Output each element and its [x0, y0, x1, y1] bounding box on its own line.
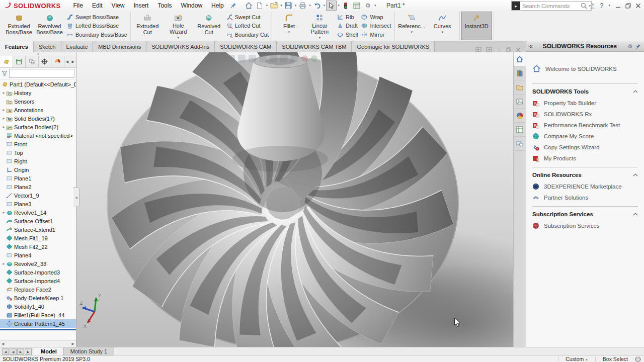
- tab-feature-manager[interactable]: [0, 56, 13, 67]
- menu-item-help[interactable]: Help: [207, 1, 228, 11]
- help-dropdown-arrow[interactable]: ▾: [608, 4, 610, 8]
- section-header-solidworks-tools[interactable]: SOLIDWORKS Tools: [532, 88, 638, 95]
- hide-show-items-icon[interactable]: [291, 55, 298, 62]
- save-button[interactable]: [283, 1, 294, 11]
- undo-dropdown-arrow[interactable]: ▾: [324, 4, 326, 8]
- referenc--button[interactable]: Referenc...▾: [396, 12, 427, 40]
- hole-wizard-button[interactable]: Hole Wizard▾: [163, 12, 194, 40]
- hscroll-right-icon[interactable]: ▶: [72, 342, 74, 346]
- close-button[interactable]: [635, 3, 641, 9]
- rebuild-button[interactable]: [341, 1, 351, 11]
- tree-item-revolve2-33[interactable]: ▸Revolve2_33: [0, 259, 76, 268]
- tree-item-mesh-fit1-19[interactable]: Mesh Fit1_19: [0, 234, 76, 242]
- tree-item-front[interactable]: Front: [0, 140, 76, 148]
- last-study-icon[interactable]: ▶: [25, 348, 32, 355]
- section-view-icon[interactable]: [259, 55, 267, 62]
- resource-link-my-products[interactable]: My Products: [532, 153, 638, 164]
- tab-evaluate[interactable]: Evaluate: [61, 41, 94, 52]
- tree-item-material-not-specified[interactable]: Material <not specified>: [0, 131, 76, 140]
- tree-item-solid-bodies-17[interactable]: ▸Solid Bodies(17): [0, 114, 76, 123]
- tabs-scroll-right-icon[interactable]: ▶: [70, 56, 76, 67]
- expand-arrow-icon[interactable]: ▸: [2, 261, 6, 266]
- resource-link-performance-benchmark-test[interactable]: Performance Benchmark Test: [532, 120, 638, 131]
- view-orientation-icon[interactable]: [270, 55, 277, 62]
- menu-item-edit[interactable]: Edit: [88, 1, 107, 11]
- lofted-boss-base-button[interactable]: Lofted Boss/Base: [66, 22, 127, 30]
- dropdown-arrow-icon[interactable]: ▾: [177, 35, 179, 41]
- tree-item-plane3[interactable]: Plane3: [0, 200, 76, 208]
- tree-item-surface-imported4[interactable]: Surface-Imported4: [0, 277, 76, 285]
- resource-link-compare-my-score[interactable]: Compare My Score: [532, 131, 638, 142]
- open-button[interactable]: [269, 1, 279, 11]
- tree-item-mesh-fit2-22[interactable]: Mesh Fit2_22: [0, 242, 76, 251]
- boundary-cut-button[interactable]: Boundary Cut: [226, 31, 269, 39]
- shell-button[interactable]: Shell: [337, 31, 358, 39]
- design-library-tab[interactable]: [514, 66, 526, 80]
- tree-item-body-delete-keep-1[interactable]: Body-Delete/Keep 1: [0, 294, 76, 302]
- pin-menu-icon[interactable]: [230, 3, 236, 9]
- dropdown-arrow-icon[interactable]: ▾: [319, 35, 321, 41]
- user-account-icon[interactable]: [589, 3, 596, 9]
- instant3d-button[interactable]: Instant3D: [461, 12, 492, 40]
- tree-item-solidify1-40[interactable]: Solidify1_40: [0, 302, 76, 311]
- options-list-button[interactable]: [352, 1, 362, 11]
- tree-item-revolve1-14[interactable]: ▸Revolve1_14: [0, 208, 76, 217]
- menu-item-insert[interactable]: Insert: [129, 1, 153, 11]
- tags-icon[interactable]: [635, 356, 641, 362]
- tree-item-right[interactable]: Right: [0, 157, 76, 165]
- display-style-icon[interactable]: [280, 55, 288, 62]
- tree-item-top[interactable]: Top: [0, 148, 76, 157]
- study-tab-motion-study-1[interactable]: Motion Study 1: [64, 347, 114, 355]
- tree-item-surface-imported3[interactable]: Surface-Imported3: [0, 268, 76, 277]
- rollback-bar[interactable]: [0, 329, 76, 330]
- zoom-fit-icon[interactable]: [227, 55, 235, 62]
- revolved-boss-base-button[interactable]: RevolvedBoss/Base: [34, 12, 65, 40]
- graphics-viewport[interactable]: Z Y X: [76, 52, 513, 347]
- heads-up-view-toolbar[interactable]: [227, 55, 317, 62]
- view-palette-tab[interactable]: [514, 95, 526, 109]
- save-dropdown-arrow[interactable]: ▾: [295, 4, 297, 8]
- tree-filter-input[interactable]: [9, 69, 74, 78]
- tree-item-plane4[interactable]: Plane4: [0, 251, 76, 259]
- section-header-online-resources[interactable]: Online Resources: [532, 172, 638, 178]
- resource-link-copy-settings-wizard[interactable]: Copy Settings Wizard: [532, 142, 638, 153]
- settings-gear-button[interactable]: [363, 1, 373, 11]
- section-header-subscription-services[interactable]: Subscription Services: [532, 211, 638, 217]
- undo-button[interactable]: [312, 1, 323, 11]
- next-window-icon[interactable]: [486, 47, 492, 52]
- tree-item-part1-default-default-dis[interactable]: Part1 (Default<<Default>_Dis: [0, 80, 76, 88]
- home-button[interactable]: [244, 1, 254, 11]
- tree-item-annotations[interactable]: ▸AAnnotations: [0, 106, 76, 114]
- tree-item-surface-extend1[interactable]: Surface-Extend1: [0, 225, 76, 234]
- collapse-chevron-icon[interactable]: [633, 90, 638, 93]
- menu-item-file[interactable]: File: [69, 1, 88, 11]
- previous-view-icon[interactable]: [249, 55, 256, 62]
- filter-funnel-icon[interactable]: [2, 70, 8, 76]
- swept-boss-base-button[interactable]: Swept Boss/Base: [66, 13, 127, 21]
- tab-display-manager[interactable]: [51, 56, 64, 67]
- tab-sketch[interactable]: Sketch: [34, 41, 61, 52]
- boundary-boss-base-button[interactable]: Boundary Boss/Base: [66, 31, 127, 39]
- swept-cut-button[interactable]: Swept Cut: [226, 13, 269, 21]
- collapse-chevron-icon[interactable]: [633, 213, 638, 216]
- expand-arrow-icon[interactable]: ▸: [2, 116, 6, 121]
- lofted-cut-button[interactable]: Lofted Cut: [226, 22, 269, 30]
- select-tool-button[interactable]: [326, 1, 337, 11]
- resource-link-solidworks-rx[interactable]: SOLIDWORKS Rx: [532, 109, 638, 120]
- dropdown-arrow-icon[interactable]: ▾: [441, 29, 443, 35]
- rib-button[interactable]: Rib: [337, 13, 358, 21]
- search-icon[interactable]: [581, 3, 587, 9]
- custom-properties-tab[interactable]: [514, 123, 526, 137]
- extruded-boss-base-button[interactable]: ExtrudedBoss/Base: [4, 12, 34, 40]
- tree-item-replace-face2[interactable]: Replace Face2: [0, 285, 76, 294]
- tree-horizontal-scrollbar[interactable]: ◀ ▶: [0, 340, 76, 347]
- tree-item-origin[interactable]: Origin: [0, 165, 76, 174]
- tree-item-plane1[interactable]: Plane1: [0, 174, 76, 183]
- file-explorer-tab[interactable]: [514, 80, 526, 95]
- study-tab-model[interactable]: Model: [34, 347, 64, 355]
- doc-minimize-button[interactable]: [497, 47, 502, 52]
- solidworks-resources-tab[interactable]: [514, 52, 526, 66]
- expand-arrow-icon[interactable]: ▸: [2, 125, 6, 129]
- panel-splitter-grip[interactable]: [0, 52, 76, 56]
- edit-appearance-icon[interactable]: [301, 55, 308, 62]
